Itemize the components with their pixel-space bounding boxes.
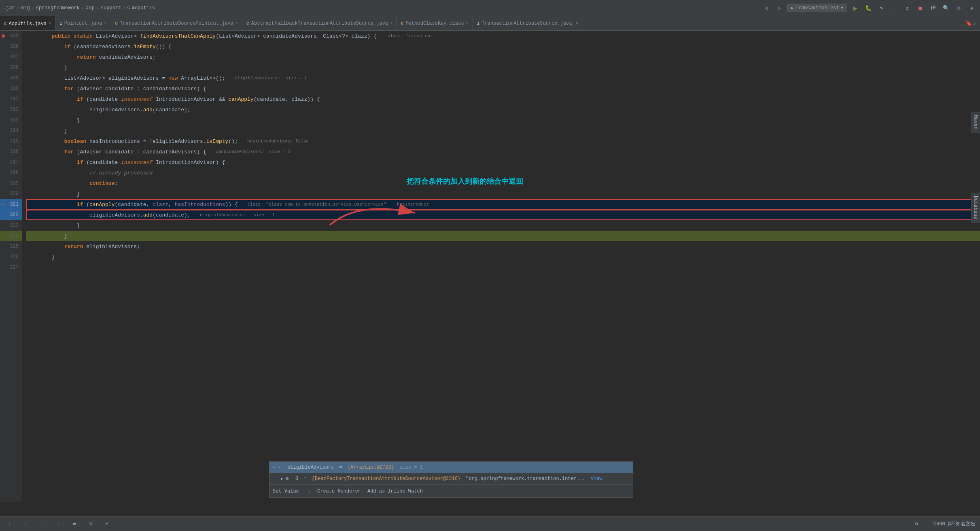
debug-row-eligible[interactable]: ▾ ≡ eligibleAdvisors = {ArrayList@2728} … [269, 462, 633, 473]
breakpoint-305[interactable] [2, 34, 5, 38]
debug-sub-type: {BeanFactoryTransactionAttributeSourceAd… [312, 476, 460, 482]
tab-icon-c4: C [401, 21, 404, 26]
set-value-action[interactable]: Set Value [273, 489, 299, 494]
expand-icon[interactable]: ▾ [273, 465, 275, 470]
tab-pointcut[interactable]: I Pointcut.java × [55, 16, 111, 30]
run-config-dropdown: ▾ [841, 5, 844, 11]
tab-tsp-close[interactable]: × [235, 21, 238, 25]
tab-overflow[interactable]: ▾ [576, 20, 579, 26]
breadcrumb-classname: AopUtils [132, 5, 155, 11]
tab-pointcut-close[interactable]: × [104, 21, 106, 25]
code-line-323: } [26, 220, 980, 231]
run-config[interactable]: ▶ TransactionTest ▾ [787, 4, 847, 12]
create-renderer-action[interactable]: Create Renderer [317, 489, 361, 494]
line-326: 326 [0, 252, 22, 262]
debug-sub-name: 0 [295, 476, 298, 482]
reload-button[interactable]: ↺ [902, 3, 912, 13]
debug-row-element0[interactable]: ▶ ≡ 0 = {BeanFactoryTransactionAttribute… [269, 473, 633, 484]
status-list[interactable]: ≡ [86, 519, 95, 529]
tab-icon-c3: C [246, 21, 249, 26]
breadcrumb-org: org [21, 5, 30, 11]
code-line-313: } [26, 115, 980, 125]
database-panel-label[interactable]: Database [971, 193, 980, 223]
line-315: 315 [0, 136, 22, 147]
code-line-327 [26, 262, 980, 273]
search-button[interactable]: 🔍 [941, 3, 951, 13]
line-321: → 321 [0, 199, 22, 210]
code-line-307: return candidateAdvisors; [26, 52, 980, 62]
status-right: ⚙ — CSDN @不知名文坛 [915, 520, 975, 527]
step-into-button[interactable]: ↓ [889, 3, 899, 13]
checkmark-icon[interactable]: ✓ [974, 20, 977, 27]
add-inline-watch-action[interactable]: Add as Inline Watch [367, 489, 423, 494]
status-down-2[interactable]: ↓ [37, 519, 47, 529]
settings-gear[interactable]: ⚙ [915, 521, 918, 527]
tab-tas-label: TransactionAttributeSource.java [482, 21, 572, 26]
current-line-arrow: → [1, 201, 4, 208]
line-325: 325 [0, 241, 22, 252]
bookmark-icon[interactable]: 🔖 [965, 20, 972, 27]
plugins-button[interactable]: ◈ [967, 3, 977, 13]
tab-mck-close[interactable]: × [466, 21, 469, 25]
tab-af-close[interactable]: × [390, 21, 392, 25]
back-button[interactable]: ◁ [762, 3, 771, 13]
breadcrumb-support: support [101, 5, 121, 11]
status-up-1[interactable]: ↑ [21, 519, 31, 529]
breadcrumb: .jar › org › springframework › aop › sup… [3, 5, 155, 11]
code-line-311: if (candidate instanceof IntroductionAdv… [26, 94, 980, 104]
status-bolt[interactable]: ⚡ [102, 519, 112, 529]
tab-icon-i: I [59, 21, 62, 26]
debug-var-name: eligibleAdvisors [287, 465, 334, 470]
tab-bar: C AopUtils.java × I Pointcut.java × C Tr… [0, 16, 980, 31]
tab-transactionattributesource[interactable]: I TransactionAttributeSource.java ▾ [473, 16, 583, 30]
code-editor: public static List<Advisor> findAdvisors… [22, 31, 980, 502]
tab-aoputils-label: AopUtils.java [9, 21, 47, 27]
debug-popup: ▾ ≡ eligibleAdvisors = {ArrayList@2728} … [269, 461, 633, 498]
line-309: 309 [0, 73, 22, 83]
code-line-325: return eligibleAdvisors; [26, 241, 980, 252]
debug-button[interactable]: 🐛 [863, 3, 873, 13]
line-311: 311 [0, 94, 22, 104]
tab-methodclasskey[interactable]: C MethodClassKey.class × [397, 16, 473, 30]
line-313: 313 [0, 115, 22, 125]
breadcrumb-springframework: springframework [36, 5, 80, 11]
code-line-308: } [26, 62, 980, 73]
settings-button[interactable]: ⚙ [954, 3, 964, 13]
maven-panel-label[interactable]: Maven [971, 112, 980, 133]
line-316: 316 [0, 147, 22, 157]
tab-abstractfallback[interactable]: C AbstractFallbackTransactionAttributeSo… [242, 16, 397, 30]
status-swap[interactable]: ⇄ [70, 519, 79, 529]
stop-button[interactable]: ◼ [915, 3, 925, 13]
line-307: 307 [0, 52, 22, 62]
line-310: 310 [0, 83, 22, 94]
tab-aoputils-close[interactable]: × [49, 21, 51, 26]
tab-aoputils[interactable]: C AopUtils.java × [0, 16, 55, 30]
forward-button[interactable]: ▷ [774, 3, 784, 13]
line-318: 318 [0, 168, 22, 178]
tab-transactionattributesourcepointcut[interactable]: C TransactionAttributeSourcePointcut.jav… [111, 16, 242, 30]
minimize-icon[interactable]: — [924, 521, 927, 527]
top-bar: .jar › org › springframework › aop › sup… [0, 0, 980, 16]
code-line-305: public static List<Advisor> findAdvisors… [26, 31, 980, 41]
status-up-2[interactable]: ↑ [53, 519, 63, 529]
code-line-309: List<Advisor> eligibleAdvisors = new Arr… [26, 73, 980, 83]
code-line-326: } [26, 252, 980, 262]
translate-button[interactable]: 译 [928, 3, 938, 13]
tab-tsp-label: TransactionAttributeSourcePointcut.java [120, 21, 233, 26]
debug-var-type: {ArrayList@2728} [348, 465, 394, 470]
run-button[interactable]: ▶ [851, 3, 860, 13]
main-area: 305 306 307 308 309 310 311 312 313 314 … [0, 31, 980, 502]
line-327: 327 [0, 262, 22, 273]
status-down-1[interactable]: ↓ [5, 519, 15, 529]
line-314: 314 [0, 125, 22, 136]
view-link[interactable]: View [588, 476, 602, 482]
step-over-button[interactable]: ↷ [876, 3, 886, 13]
run-config-name: TransactionTest [795, 5, 839, 11]
expand-icon-sub[interactable]: ▶ [281, 476, 283, 481]
csdn-watermark: CSDN @不知名文坛 [933, 521, 975, 527]
code-line-317: if (candidate instanceof IntroductionAdv… [26, 157, 980, 168]
code-line-315: boolean hasIntroductions = !eligibleAdvi… [26, 136, 980, 147]
line-312: 312 [0, 104, 22, 115]
tab-pointcut-label: Pointcut.java [64, 21, 102, 26]
line-317: 317 [0, 157, 22, 168]
